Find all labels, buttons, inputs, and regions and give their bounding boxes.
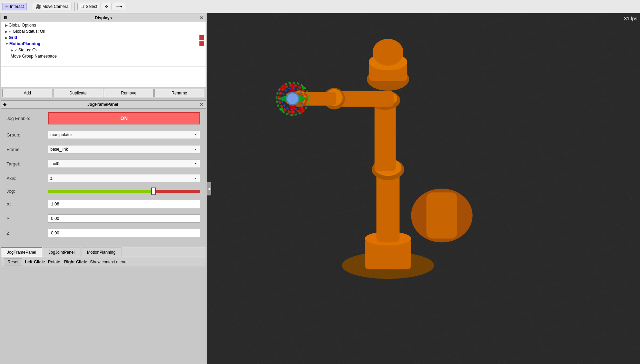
frame-select[interactable]: base_link — [48, 145, 200, 153]
right-click-desc: Show context menu. — [90, 260, 128, 264]
interact-button[interactable]: ⊹ Interact — [2, 3, 27, 10]
select-button[interactable]: ☐ Select — [77, 3, 100, 10]
target-select[interactable]: tool0 — [48, 160, 200, 168]
jog-z-control — [48, 229, 200, 237]
item-label: Grid — [9, 35, 198, 40]
jog-target-control: tool0 — [48, 160, 200, 168]
jog-enable-button[interactable]: ON — [48, 112, 200, 124]
tree-item-motion-planning[interactable]: ▼ MotionPlanning — [1, 41, 206, 47]
jog-y-control — [48, 214, 200, 223]
item-label: Status: Ok — [18, 48, 204, 52]
jog-x-control — [48, 200, 200, 208]
item-label: MotionPlanning — [9, 41, 198, 46]
select-icon: ☐ — [80, 4, 84, 9]
displays-close-button[interactable]: ✕ — [199, 15, 204, 21]
tree-item-move-group[interactable]: Move Group Namespace — [1, 53, 206, 59]
jog-slider[interactable] — [48, 190, 200, 193]
tree-item-global-status[interactable]: ▶ ✓ Global Status: Ok — [1, 28, 206, 34]
displays-empty-area — [1, 67, 206, 88]
jog-slider-control — [48, 189, 200, 194]
arrow-icon: ▶ — [5, 30, 8, 33]
add-button[interactable]: Add — [2, 89, 52, 97]
item-label: Global Options — [9, 23, 204, 28]
jog-axis-row: Axis: z x y — [7, 174, 200, 182]
jog-panel-icon: ◈ — [3, 102, 6, 107]
jog-panel-title: JogFramePanel — [87, 102, 118, 107]
duplicate-button[interactable]: Duplicate — [53, 89, 103, 97]
plus-button[interactable]: ✛ — [102, 3, 111, 10]
robot-arm-svg — [235, 23, 511, 292]
status-bar: Reset Left-Click: Rotate. Right-Click: S… — [1, 257, 206, 266]
camera-icon: 🎥 — [36, 4, 41, 9]
collapse-icon: ◀ — [208, 187, 210, 191]
plus-icon: ✛ — [105, 4, 108, 9]
panel-collapse-handle[interactable]: ◀ — [207, 182, 211, 195]
right-click-bold: Right-Click: — [64, 260, 87, 264]
select-label: Select — [86, 4, 97, 9]
minus-icon: —▾ — [116, 4, 122, 9]
displays-icon: 🖥 — [3, 16, 7, 20]
reset-button[interactable]: Reset — [4, 259, 22, 265]
fps-value: 31 fps — [624, 16, 637, 21]
svg-point-21 — [373, 39, 403, 66]
axis-select[interactable]: z x y — [48, 174, 200, 182]
tab-motion-planning[interactable]: MotionPlanning — [81, 247, 121, 257]
toolbar: ⊹ Interact 🎥 Move Camera ☐ Select ✛ —▾ — [0, 0, 640, 13]
jog-panel-close-button[interactable]: ✕ — [199, 102, 204, 107]
move-camera-button[interactable]: 🎥 Move Camera — [33, 3, 71, 10]
remove-button[interactable]: Remove — [104, 89, 154, 97]
tab-jog-joint-panel[interactable]: JogJointPanel — [43, 247, 80, 257]
jog-frame-panel: ◈ JogFramePanel ✕ Jog Enable: ON Group: — [1, 100, 206, 363]
jog-target-row: Target: tool0 — [7, 160, 200, 168]
arrow-icon: ▶ — [5, 23, 8, 27]
toolbar-divider-1 — [30, 2, 30, 11]
item-label: Global Status: Ok — [13, 29, 204, 34]
displays-tree: ▶ Global Options ▶ ✓ Global Status: Ok ▶… — [1, 22, 206, 67]
viewport[interactable]: 31 fps ◀ — [207, 13, 640, 364]
jog-x-label: X: — [7, 202, 48, 207]
z-input[interactable] — [48, 229, 200, 237]
jog-y-row: Y: — [7, 214, 200, 223]
displays-buttons: Add Duplicate Remove Rename — [1, 88, 206, 99]
jog-slider-label: Jog: — [7, 189, 48, 194]
motion-planning-checkbox[interactable] — [199, 41, 204, 46]
tree-item-global-options[interactable]: ▶ Global Options — [1, 22, 206, 28]
x-input[interactable] — [48, 200, 200, 208]
tree-item-grid[interactable]: ▶ Grid — [1, 34, 206, 41]
jog-x-row: X: — [7, 200, 200, 208]
move-camera-label: Move Camera — [42, 4, 68, 9]
interact-label: Interact — [10, 4, 24, 9]
jog-axis-control: z x y — [48, 174, 200, 182]
rename-button[interactable]: Rename — [154, 89, 204, 97]
y-input[interactable] — [48, 214, 200, 223]
jog-z-label: Z: — [7, 231, 48, 236]
tab-jog-frame-panel[interactable]: JogFramePanel — [1, 247, 42, 257]
tree-item-status-ok[interactable]: ▶ ✓ Status: Ok — [1, 47, 206, 53]
jog-frame-label: Frame: — [7, 147, 48, 152]
svg-rect-4 — [376, 169, 400, 242]
minus-button[interactable]: —▾ — [113, 3, 125, 10]
arrow-icon: ▶ — [5, 36, 8, 40]
jog-enable-row: Jog Enable: ON — [7, 112, 200, 124]
svg-point-31 — [287, 93, 298, 104]
bottom-tabs: JogFramePanel JogJointPanel MotionPlanni… — [1, 247, 206, 257]
toolbar-divider-2 — [74, 2, 75, 11]
displays-panel: 🖥 Displays ✕ ▶ Global Options ▶ ✓ Global… — [1, 14, 206, 99]
displays-title: Displays — [95, 16, 112, 20]
left-click-bold: Left-Click: — [25, 260, 45, 264]
jog-frame-row: Frame: base_link — [7, 145, 200, 153]
arrow-icon: ▶ — [11, 48, 13, 52]
check-icon: ✓ — [9, 29, 12, 34]
displays-panel-header: 🖥 Displays ✕ — [1, 14, 206, 22]
interact-icon: ⊹ — [5, 4, 9, 9]
group-select[interactable]: manipulator — [48, 131, 200, 139]
jog-content: Jog Enable: ON Group: manipulator — [1, 109, 206, 247]
main-layout: 🖥 Displays ✕ ▶ Global Options ▶ ✓ Global… — [0, 13, 640, 364]
jog-slider-row: Jog: — [7, 189, 200, 194]
grid-checkbox[interactable] — [199, 35, 204, 40]
jog-panel-header: ◈ JogFramePanel ✕ — [1, 101, 206, 109]
check-icon: ✓ — [14, 48, 18, 52]
svg-rect-23 — [426, 192, 457, 239]
jog-group-row: Group: manipulator — [7, 131, 200, 139]
jog-y-label: Y: — [7, 216, 48, 221]
